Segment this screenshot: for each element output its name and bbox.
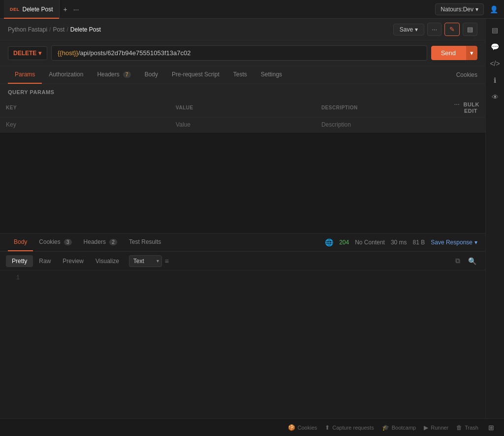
method-selector[interactable]: DELETE ▾	[8, 46, 47, 60]
table-row: Key Value Description	[0, 117, 485, 133]
status-time: 30 ms	[391, 239, 407, 246]
breadcrumb-actions: Save ▾ ··· ✎ ▤	[393, 23, 477, 36]
breadcrumb-bar: Python Fastapi / Post / Delete Post Save…	[0, 19, 485, 40]
format-tab-visualize[interactable]: Visualize	[90, 255, 125, 267]
more-options-button[interactable]: ···	[427, 23, 441, 36]
doc-button[interactable]: ▤	[463, 23, 477, 36]
more-tabs-button[interactable]: ···	[71, 3, 81, 15]
status-text: No Content	[355, 239, 385, 246]
response-section: Body Cookies 3 Headers 2 Test Results 🌐 …	[0, 233, 485, 418]
url-host-var: {{host}}	[58, 49, 78, 57]
tab-body[interactable]: Body	[138, 66, 165, 84]
workspace-selector[interactable]: Natours:Dev ▾	[435, 3, 484, 15]
format-select[interactable]: Text JSON XML HTML	[129, 255, 162, 267]
bootcamp-label: Bootcamp	[392, 425, 416, 431]
breadcrumb-part1[interactable]: Python Fastapi	[8, 26, 47, 33]
send-chevron-button[interactable]: ▾	[466, 46, 477, 60]
edit-button[interactable]: ✎	[444, 23, 460, 36]
code-icon[interactable]: </>	[488, 56, 503, 71]
tab-tests[interactable]: Tests	[226, 66, 254, 84]
method-label: DELETE	[13, 50, 36, 57]
response-format-bar: Pretty Raw Preview Visualize Text JSON X…	[0, 252, 485, 270]
response-tab-testresults[interactable]: Test Results	[123, 234, 167, 251]
new-tab-button[interactable]: +	[62, 3, 69, 15]
breadcrumb-current: Delete Post	[70, 26, 101, 33]
col-header-actions: ··· Bulk Edit	[437, 98, 485, 117]
tab-prerequest[interactable]: Pre-request Script	[165, 66, 226, 84]
status-bar: 🍪 Cookies ⬆ Capture requests 🎓 Bootcamp …	[0, 418, 504, 436]
status-size: 81 B	[413, 239, 425, 246]
param-action-cell	[437, 117, 485, 133]
format-tab-raw[interactable]: Raw	[33, 255, 57, 267]
trash-label: Trash	[465, 425, 478, 431]
request-tabs: Params Authorization Headers 7 Body Pre-…	[0, 66, 485, 84]
capture-status[interactable]: ⬆ Capture requests	[325, 424, 374, 431]
response-body: 1	[0, 270, 485, 418]
cookies-icon: 🍪	[288, 424, 295, 431]
url-bar: DELETE ▾ {{host}}/api/posts/62d7b94e7555…	[0, 40, 485, 66]
col-header-key: KEY	[0, 98, 170, 117]
param-desc-cell[interactable]: Description	[315, 117, 437, 133]
eye-icon[interactable]: 👁	[488, 90, 503, 104]
cookies-status[interactable]: 🍪 Cookies	[288, 424, 317, 431]
active-tab[interactable]: DEL Delete Post	[4, 0, 60, 19]
runner-status[interactable]: ▶ Runner	[424, 424, 448, 431]
comment-icon[interactable]: 💬	[488, 39, 503, 54]
globe-icon: 🌐	[325, 238, 333, 246]
params-table: KEY VALUE DESCRIPTION ··· Bulk Edit Key …	[0, 98, 485, 133]
tab-headers[interactable]: Headers 7	[90, 66, 137, 84]
query-params-section: Query Params KEY VALUE DESCRIPTION ··· B…	[0, 84, 485, 133]
line-number-1: 1	[8, 274, 20, 281]
section-divider	[0, 133, 485, 233]
account-icon[interactable]: 👤	[488, 3, 500, 15]
param-key-cell[interactable]: Key	[0, 117, 170, 133]
cookies-label: Cookies	[298, 425, 317, 431]
format-tab-preview[interactable]: Preview	[57, 255, 90, 267]
col-header-value: VALUE	[170, 98, 315, 117]
send-button[interactable]: Send	[431, 46, 466, 60]
trash-status[interactable]: 🗑 Trash	[456, 424, 478, 431]
info-icon[interactable]: ℹ	[488, 73, 503, 88]
param-value-cell[interactable]: Value	[170, 117, 315, 133]
breadcrumb-sep2: /	[66, 26, 68, 33]
more-params-icon: ···	[454, 101, 460, 108]
bootcamp-status[interactable]: 🎓 Bootcamp	[382, 424, 416, 431]
tab-params[interactable]: Params	[8, 66, 42, 84]
breadcrumb: Python Fastapi / Post / Delete Post	[8, 26, 101, 33]
copy-response-button[interactable]: ⧉	[452, 255, 463, 267]
grid-icon-button[interactable]: ⊞	[486, 422, 496, 434]
breadcrumb-sep1: /	[49, 26, 51, 33]
bulk-edit-button[interactable]: Bulk Edit	[461, 100, 479, 116]
url-path: /api/posts/62d7b94e75551053f13a7c02	[78, 49, 190, 57]
response-tab-body[interactable]: Body	[8, 234, 33, 251]
search-response-button[interactable]: 🔍	[465, 255, 479, 267]
trash-icon: 🗑	[456, 424, 462, 431]
response-tabs-bar: Body Cookies 3 Headers 2 Test Results 🌐 …	[0, 234, 485, 252]
col-header-desc: DESCRIPTION	[315, 98, 437, 117]
query-params-label: Query Params	[0, 84, 485, 98]
response-status: 🌐 204 No Content 30 ms 81 B Save Respons…	[325, 238, 477, 246]
tab-method-badge: DEL	[10, 7, 20, 12]
status-code: 204	[339, 239, 349, 246]
right-sidebar: ▤ 💬 </> ℹ 👁	[485, 19, 504, 418]
workspace-chevron: ▾	[475, 6, 478, 13]
bootcamp-icon: 🎓	[382, 424, 389, 431]
runner-icon: ▶	[424, 424, 428, 431]
tab-authorization[interactable]: Authorization	[42, 66, 90, 84]
response-tab-headers[interactable]: Headers 2	[78, 234, 123, 251]
format-tab-pretty[interactable]: Pretty	[6, 255, 33, 267]
save-response-button[interactable]: Save Response ▾	[431, 239, 477, 246]
capture-icon: ⬆	[325, 424, 330, 431]
wrap-lines-button[interactable]: ≡	[162, 255, 172, 267]
cookies-link[interactable]: Cookies	[456, 67, 477, 83]
method-chevron: ▾	[38, 50, 41, 57]
workspace-name: Natours:Dev	[441, 6, 473, 13]
tab-settings[interactable]: Settings	[254, 66, 289, 84]
response-tab-cookies[interactable]: Cookies 3	[33, 234, 77, 251]
tab-title: Delete Post	[23, 6, 53, 13]
api-icon[interactable]: ▤	[488, 23, 503, 37]
runner-label: Runner	[431, 425, 448, 431]
capture-label: Capture requests	[332, 425, 374, 431]
breadcrumb-part2[interactable]: Post	[53, 26, 64, 33]
save-button[interactable]: Save ▾	[393, 24, 424, 35]
